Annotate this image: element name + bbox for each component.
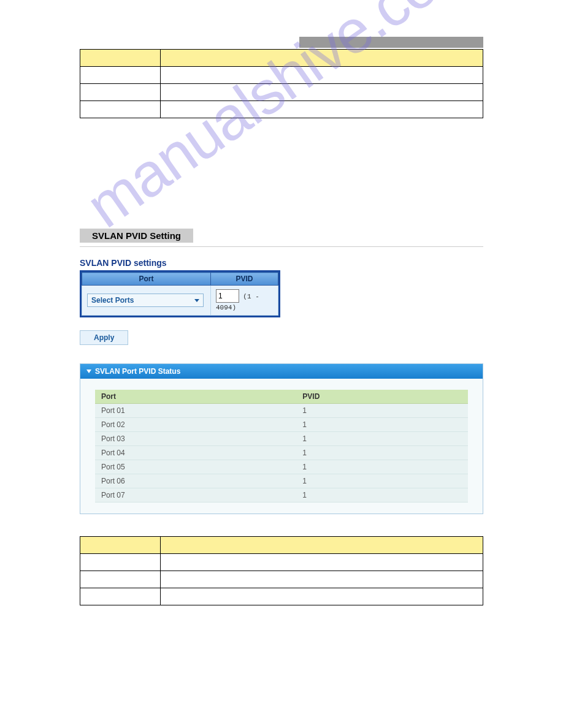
divider xyxy=(80,246,483,247)
svlan-pvid-setting-title: SVLAN PVID Setting xyxy=(80,229,193,243)
status-pvid-cell: 1 xyxy=(296,446,468,460)
status-pvid-cell: 1 xyxy=(296,474,468,488)
status-port-cell: Port 04 xyxy=(95,446,296,460)
status-pvid-cell: 1 xyxy=(296,460,468,474)
header-gray-block xyxy=(299,37,483,48)
desc-cell xyxy=(161,101,483,118)
table-row: Port 031 xyxy=(95,432,468,446)
desc-cell xyxy=(161,554,483,571)
status-pvid-cell: 1 xyxy=(296,432,468,446)
desc-cell xyxy=(80,571,161,588)
description-table-bottom xyxy=(80,536,483,605)
desc-header-description xyxy=(161,537,483,554)
status-port-cell: Port 03 xyxy=(95,432,296,446)
status-port-cell: Port 02 xyxy=(95,418,296,432)
desc-cell xyxy=(161,588,483,605)
table-row: Port 041 xyxy=(95,446,468,460)
select-ports-dropdown[interactable]: Select Ports xyxy=(87,294,204,307)
status-panel-title: SVLAN Port PVID Status xyxy=(95,367,180,376)
status-port-cell: Port 07 xyxy=(95,488,296,502)
table-row: Port 051 xyxy=(95,460,468,474)
svlan-settings-box: Port PVID Select Ports (1 - 4094) xyxy=(80,270,280,317)
description-table-top xyxy=(80,49,483,118)
table-row: Port 021 xyxy=(95,418,468,432)
svlan-pvid-settings-label: SVLAN PVID settings xyxy=(80,258,483,268)
select-ports-dropdown-label: Select Ports xyxy=(91,296,134,305)
chevron-down-icon xyxy=(194,299,199,302)
svlan-port-pvid-status-panel: SVLAN Port PVID Status Port PVID Port 01… xyxy=(80,363,483,514)
status-pvid-cell: 1 xyxy=(296,488,468,502)
desc-cell xyxy=(161,67,483,84)
desc-cell xyxy=(80,101,161,118)
desc-header-label xyxy=(80,537,161,554)
status-header-port: Port xyxy=(95,390,296,404)
page-header-rule xyxy=(80,37,483,48)
desc-cell xyxy=(161,571,483,588)
table-row: Port 061 xyxy=(95,474,468,488)
table-row: Port 071 xyxy=(95,488,468,502)
status-pvid-cell: 1 xyxy=(296,418,468,432)
table-row: Port 011 xyxy=(95,404,468,418)
desc-cell xyxy=(161,84,483,101)
desc-cell xyxy=(80,67,161,84)
desc-cell xyxy=(80,554,161,571)
chevron-down-icon xyxy=(86,370,91,373)
pvid-input[interactable] xyxy=(216,289,239,303)
status-panel-header[interactable]: SVLAN Port PVID Status xyxy=(80,364,483,379)
desc-cell xyxy=(80,588,161,605)
status-pvid-cell: 1 xyxy=(296,404,468,418)
desc-header-label xyxy=(80,50,161,67)
status-header-pvid: PVID xyxy=(296,390,468,404)
settings-header-pvid: PVID xyxy=(211,273,278,286)
desc-cell xyxy=(80,84,161,101)
status-table: Port PVID Port 011Port 021Port 031Port 0… xyxy=(95,390,468,502)
settings-header-port: Port xyxy=(82,273,211,286)
desc-header-description xyxy=(161,50,483,67)
status-port-cell: Port 06 xyxy=(95,474,296,488)
status-port-cell: Port 05 xyxy=(95,460,296,474)
apply-button[interactable]: Apply xyxy=(80,330,128,345)
status-port-cell: Port 01 xyxy=(95,404,296,418)
